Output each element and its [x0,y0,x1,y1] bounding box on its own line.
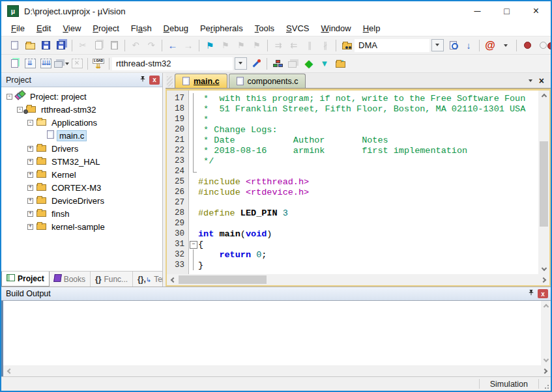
line-number[interactable]: 32 [167,250,189,259]
line-number[interactable]: 17 [167,94,189,103]
tree-item-kernel-sample[interactable]: +kernel-sample [1,220,162,233]
project-panel-close-icon[interactable]: x [149,76,160,85]
build-output-close-icon[interactable]: x [538,289,548,298]
translate-button[interactable] [7,56,22,72]
code-text[interactable]: * [198,115,209,124]
target-select-combo[interactable]: rtthread-stm32 [112,57,233,70]
navigate-back-button[interactable]: ← [165,38,181,53]
build-output-vertical-scrollbar[interactable] [541,301,551,365]
expand-icon[interactable]: + [27,159,33,165]
menu-flash[interactable]: Flash [125,21,158,35]
tree-item-rtthread-stm32[interactable]: -rtthread-stm32 [1,103,162,116]
code-line[interactable]: 29 [167,218,538,229]
manage-rte-button[interactable]: ◆ [301,56,317,72]
code-line[interactable]: 25#include <rtthread.h> [167,176,538,187]
code-text[interactable]: { [198,240,203,249]
code-line[interactable]: 26#include <rtdevice.h> [167,187,538,197]
line-number[interactable]: 27 [167,198,189,207]
tree-item-project-project[interactable]: -Project: project [1,90,162,103]
editor-tab-components-c[interactable]: components.c [229,74,306,88]
build-output-content[interactable] [3,301,541,365]
scroll-right-icon[interactable] [539,274,549,285]
menu-debug[interactable]: Debug [158,21,194,35]
expand-icon[interactable]: + [27,185,33,191]
pin-icon[interactable] [137,75,148,85]
editor-vscroll-track[interactable] [538,100,549,264]
find-text-combo[interactable]: DMA [355,39,429,52]
code-text[interactable]: * Change Logs: [198,125,278,135]
line-number[interactable]: 21 [167,135,189,145]
help-search-dropdown-button[interactable] [498,38,514,53]
document-close-icon[interactable]: × [539,76,544,85]
scroll-down-icon[interactable] [541,356,551,365]
code-text[interactable]: * 2018-08-16 armink first implementation [198,146,467,156]
pin-icon[interactable] [525,288,536,299]
tree-item-main-c[interactable]: main.c [1,129,162,142]
resize-grip[interactable] [539,377,551,391]
code-text[interactable]: return 0; [198,250,267,260]
tree-item-drivers[interactable]: +Drivers [1,142,162,155]
search-dropdown-button[interactable] [429,38,445,53]
code-text[interactable]: #include <rtthread.h> [198,177,309,187]
line-number[interactable]: 29 [167,219,189,228]
help-search-button[interactable]: @ [482,38,498,53]
expand-icon[interactable]: + [27,211,33,217]
collapse-icon[interactable]: - [7,94,12,100]
editor-vertical-scrollbar[interactable] [538,91,549,274]
menu-file[interactable]: File [5,21,31,35]
line-number[interactable]: 30 [167,229,189,238]
scroll-down-icon[interactable] [538,264,549,274]
find-next-button[interactable]: ↓ [461,38,476,53]
line-number[interactable]: 31 [167,240,189,249]
scroll-right-icon[interactable] [540,365,551,376]
line-number[interactable]: 28 [167,208,189,217]
code-text[interactable]: #define LED_PIN 3 [198,208,288,218]
fold-collapse-icon[interactable] [189,239,198,249]
code-line[interactable]: 20 * Change Logs: [167,124,538,135]
save-all-button[interactable] [53,38,69,53]
code-text[interactable]: * with this program; if not, write to th… [198,94,525,104]
open-file-button[interactable] [22,38,38,53]
tree-item-finsh[interactable]: +finsh [1,207,162,220]
expand-icon[interactable]: + [27,146,33,152]
target-dropdown-button[interactable] [233,56,248,72]
code-text[interactable]: } [198,260,203,270]
line-number[interactable]: 19 [167,115,189,124]
save-button[interactable] [38,38,53,53]
code-line[interactable]: 24 [167,166,538,176]
code-line[interactable]: 22 * 2018-08-16 armink first implementat… [167,145,538,156]
download-button[interactable]: LOAD⇊ [91,56,106,72]
options-for-target-button[interactable] [248,56,264,72]
menu-peripherals[interactable]: Peripherals [194,21,249,35]
menu-window[interactable]: Window [315,21,356,35]
code-line[interactable]: 23 */ [167,156,538,166]
code-text[interactable]: int main(void) [198,229,272,239]
find-in-files-button[interactable] [339,38,355,53]
editor-horizontal-scrollbar[interactable] [167,274,549,285]
collapse-icon[interactable]: - [27,120,33,126]
code-line[interactable]: 27 [167,197,538,208]
line-number[interactable]: 23 [167,156,189,165]
code-line[interactable]: 32 return 0; [167,249,538,260]
build-output-horizontal-scrollbar[interactable] [3,365,551,376]
breakpoint-clipped-button[interactable] [547,42,552,51]
menu-tools[interactable]: Tools [249,21,280,35]
panel-tab-func[interactable]: {}Func... [91,272,133,287]
code-text[interactable]: * Date Author Notes [198,135,388,145]
menu-project[interactable]: Project [87,21,124,35]
code-line[interactable]: 21 * Date Author Notes [167,135,538,145]
panel-tab-books[interactable]: Books [50,272,91,287]
line-number[interactable]: 26 [167,188,189,197]
expand-icon[interactable]: + [27,172,33,178]
line-number[interactable]: 18 [167,104,189,113]
code-line[interactable]: 28#define LED_PIN 3 [167,208,538,218]
line-number[interactable]: 20 [167,125,189,134]
document-list-dropdown-icon[interactable] [529,79,532,84]
expand-icon[interactable]: + [27,224,33,230]
maximize-button[interactable]: □ [492,1,521,21]
menu-svcs[interactable]: SVCS [280,21,315,35]
panel-tab-project[interactable]: Project [1,272,50,287]
tree-item-applications[interactable]: -Applications [1,116,162,129]
line-number[interactable]: 22 [167,146,189,155]
editor-tab-main-c[interactable]: main.c [175,74,227,88]
